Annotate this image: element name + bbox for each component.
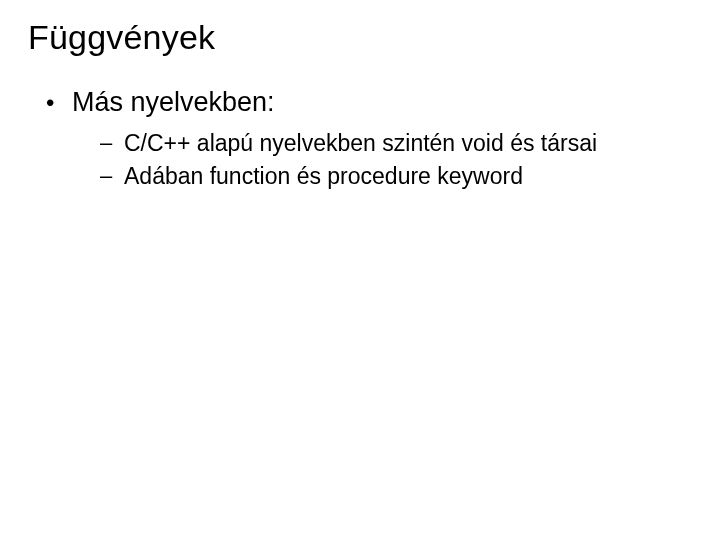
list-item: C/C++ alapú nyelvekben szintén void és t…	[100, 128, 692, 159]
bullet-text: Más nyelvekben:	[72, 87, 275, 117]
list-item: Más nyelvekben: C/C++ alapú nyelvekben s…	[46, 87, 692, 192]
bullet-list-level1: Más nyelvekben: C/C++ alapú nyelvekben s…	[28, 87, 692, 192]
subbullet-text: C/C++ alapú nyelvekben szintén void és t…	[124, 130, 597, 156]
subbullet-text: Adában function és procedure keyword	[124, 163, 523, 189]
bullet-list-level2: C/C++ alapú nyelvekben szintén void és t…	[72, 128, 692, 192]
list-item: Adában function és procedure keyword	[100, 161, 692, 192]
slide-title: Függvények	[28, 18, 692, 57]
slide-container: Függvények Más nyelvekben: C/C++ alapú n…	[0, 0, 720, 540]
